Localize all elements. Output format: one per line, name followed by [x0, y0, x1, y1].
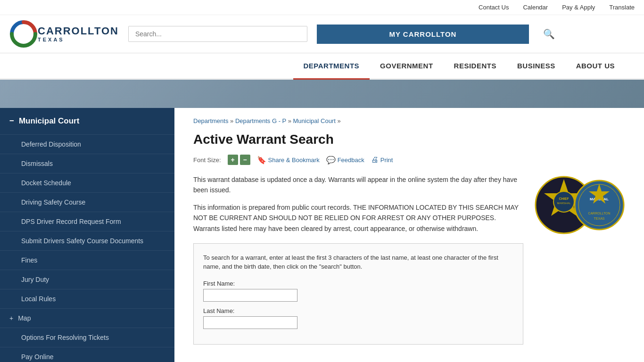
sidebar-item-local-rules[interactable]: Local Rules [0, 289, 174, 308]
sidebar-item-dps-driver-record[interactable]: DPS Driver Record Request Form [0, 212, 174, 231]
breadcrumb-sep2: » [288, 117, 293, 124]
content-area: Departments » Departments G - P » Munici… [174, 108, 644, 362]
last-name-group: Last Name: [203, 307, 513, 329]
share-bookmark-label: Share & Bookmark [268, 156, 320, 164]
font-size-controls: + − [228, 155, 250, 165]
logo-icon [9, 20, 38, 48]
badge-svg: CHIEF MARSHAL MARSHAL CARROLLTON TEXAS [531, 170, 625, 240]
logo-subtext: TEXAS [38, 37, 119, 42]
sidebar-item-map[interactable]: + Map [0, 308, 174, 328]
page-title: Active Warrant Search [193, 132, 625, 147]
nav-residents[interactable]: RESIDENTS [444, 53, 507, 78]
search-icon-button[interactable]: 🔍 [538, 28, 560, 40]
warrant-search-box: To search for a warrant, enter at least … [193, 243, 523, 345]
header: CARROLLTON TEXAS MY CARROLLTON 🔍 [0, 15, 644, 53]
sidebar-item-pay-online[interactable]: Pay Online [0, 347, 174, 362]
first-name-input[interactable] [203, 289, 297, 302]
print-label: Print [380, 156, 393, 164]
logo-text: CARROLLTON [38, 25, 119, 37]
breadcrumb-sep3: » [337, 117, 340, 124]
logo-area: CARROLLTON TEXAS [9, 20, 119, 48]
nav-about-us[interactable]: ABOUT US [566, 53, 625, 78]
nav-government[interactable]: GOVERNMENT [370, 53, 444, 78]
body-text-1: This warrant database is updated once a … [193, 174, 523, 196]
sidebar-item-submit-drivers-safety[interactable]: Submit Drivers Safety Course Documents [0, 231, 174, 250]
sidebar-item-options-resolving[interactable]: Options For Resolving Tickets [0, 328, 174, 347]
font-size-label: Font Size: [193, 156, 221, 164]
translate-link[interactable]: Translate [609, 4, 635, 11]
svg-text:CHIEF: CHIEF [559, 197, 570, 200]
my-carrollton-button[interactable]: MY CARROLLTON [317, 25, 529, 44]
main-nav: DEPARTMENTS GOVERNMENT RESIDENTS BUSINES… [0, 53, 644, 80]
font-increase-button[interactable]: + [228, 155, 238, 165]
sidebar-title-text: Municipal Court [19, 116, 79, 126]
sidebar-item-driving-safety-course[interactable]: Driving Safety Course [0, 192, 174, 212]
last-name-input[interactable] [203, 316, 297, 329]
body-text-2: This information is prepared from public… [193, 202, 523, 234]
sidebar-toggle-icon: − [9, 116, 14, 126]
font-decrease-button[interactable]: − [240, 155, 250, 165]
contact-us-link[interactable]: Contact Us [479, 4, 509, 11]
svg-text:TEXAS: TEXAS [594, 217, 605, 220]
main-content: − Municipal Court Deferred Disposition D… [0, 108, 644, 362]
feedback-link[interactable]: 💬 Feedback [326, 156, 364, 165]
breadcrumb-sep1: » [230, 117, 235, 124]
search-input[interactable] [128, 26, 307, 42]
sidebar-title[interactable]: − Municipal Court [0, 108, 174, 134]
nav-business[interactable]: BUSINESS [507, 53, 566, 78]
share-icon: 🔖 [257, 156, 266, 165]
sidebar-item-dismissals[interactable]: Dismissals [0, 154, 174, 173]
sidebar-item-docket-schedule[interactable]: Docket Schedule [0, 173, 174, 192]
map-toggle-icon: + [9, 314, 13, 322]
nav-departments[interactable]: DEPARTMENTS [293, 53, 370, 80]
sidebar-item-jury-duty[interactable]: Jury Duty [0, 270, 174, 289]
search-area [128, 26, 307, 42]
hero-banner [0, 80, 644, 108]
svg-text:CARROLLTON: CARROLLTON [588, 212, 610, 215]
feedback-icon: 💬 [326, 156, 336, 165]
search-instruction: To search for a warrant, enter at least … [203, 253, 513, 272]
first-name-label: First Name: [203, 280, 513, 287]
print-icon: 🖨 [371, 156, 379, 164]
breadcrumb-departments[interactable]: Departments [193, 117, 228, 124]
sidebar: − Municipal Court Deferred Disposition D… [0, 108, 174, 362]
print-link[interactable]: 🖨 Print [371, 156, 393, 164]
utility-bar: Contact Us Calendar Pay & Apply Translat… [0, 0, 644, 15]
svg-text:MARSHAL: MARSHAL [557, 202, 571, 205]
pay-apply-link[interactable]: Pay & Apply [562, 4, 595, 11]
calendar-link[interactable]: Calendar [523, 4, 548, 11]
search-icon: 🔍 [543, 29, 555, 39]
toolbar: Font Size: + − 🔖 Share & Bookmark 💬 Feed… [193, 155, 625, 165]
first-name-group: First Name: [203, 280, 513, 302]
feedback-label: Feedback [338, 156, 364, 164]
share-bookmark-link[interactable]: 🔖 Share & Bookmark [257, 156, 320, 165]
sidebar-item-fines[interactable]: Fines [0, 250, 174, 270]
sidebar-item-deferred-disposition[interactable]: Deferred Disposition [0, 134, 174, 154]
breadcrumb: Departments » Departments G - P » Munici… [193, 117, 625, 124]
map-label: Map [18, 314, 31, 322]
breadcrumb-departments-g-p[interactable]: Departments G - P [235, 117, 286, 124]
badge-image-container: CHIEF MARSHAL MARSHAL CARROLLTON TEXAS [531, 170, 625, 240]
breadcrumb-municipal-court[interactable]: Municipal Court [293, 117, 336, 124]
last-name-label: Last Name: [203, 307, 513, 314]
